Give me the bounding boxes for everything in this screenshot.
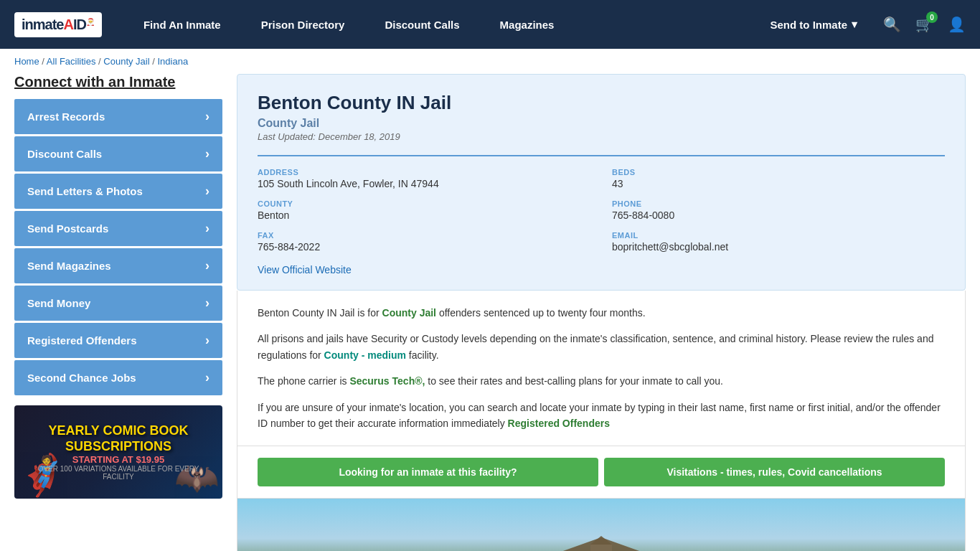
ad-title: YEARLY COMIC BOOKSUBSCRIPTIONS — [48, 423, 188, 454]
main-layout: Connect with an Inmate Arrest Records › … — [0, 74, 980, 551]
arrow-icon: › — [205, 146, 209, 161]
info-divider — [258, 155, 945, 156]
find-inmate-button[interactable]: Looking for an inmate at this facility? — [258, 458, 598, 486]
sidebar-item-send-magazines[interactable]: Send Magazines › — [14, 248, 222, 283]
county-value: Benton — [258, 209, 590, 221]
user-account-button[interactable]: 👤 — [948, 16, 966, 33]
logo-text: inmateAID — [22, 17, 86, 33]
nav-magazines[interactable]: Magazines — [480, 0, 575, 49]
facility-card: Benton County IN Jail County Jail Last U… — [237, 74, 966, 291]
nav-discount-calls[interactable]: Discount Calls — [364, 0, 479, 49]
sidebar-item-arrest-records[interactable]: Arrest Records › — [14, 99, 222, 134]
arrow-icon: › — [205, 296, 209, 311]
breadcrumb-home[interactable]: Home — [14, 56, 39, 67]
nav-find-inmate[interactable]: Find An Inmate — [123, 0, 241, 49]
description-section: Benton County IN Jail is for County Jail… — [237, 291, 966, 446]
main-nav: Find An Inmate Prison Directory Discount… — [123, 0, 759, 49]
sidebar-title: Connect with an Inmate — [14, 74, 222, 90]
svg-rect-2 — [590, 545, 612, 551]
desc-para-3: The phone carrier is Securus Tech®, to s… — [258, 373, 945, 389]
info-grid: ADDRESS 105 South Lincoln Ave, Fowler, I… — [258, 168, 945, 253]
sidebar: Connect with an Inmate Arrest Records › … — [14, 74, 222, 551]
building-svg — [494, 534, 709, 551]
breadcrumb-county-jail[interactable]: County Jail — [103, 56, 149, 67]
securus-tech-link[interactable]: Securus Tech®, — [349, 375, 425, 387]
registered-offenders-link[interactable]: Registered Offenders — [508, 418, 610, 429]
sidebar-item-second-chance-jobs[interactable]: Second Chance Jobs › — [14, 360, 222, 395]
facility-image — [237, 499, 966, 551]
arrow-icon: › — [205, 184, 209, 199]
ad-price: STARTING AT $19.95 — [72, 454, 164, 465]
breadcrumb-all-facilities[interactable]: All Facilities — [47, 56, 96, 67]
email-label: EMAIL — [612, 231, 945, 240]
facility-type: County Jail — [258, 117, 945, 130]
nav-prison-directory[interactable]: Prison Directory — [241, 0, 365, 49]
cart-badge: 0 — [926, 11, 938, 23]
view-website-link[interactable]: View Official Website — [258, 264, 352, 276]
header: inmateAID 🎅 Find An Inmate Prison Direct… — [0, 0, 980, 49]
sidebar-item-send-money[interactable]: Send Money › — [14, 286, 222, 321]
breadcrumb: Home / All Facilities / County Jail / In… — [0, 49, 980, 74]
visitations-button[interactable]: Visitations - times, rules, Covid cancel… — [604, 458, 945, 486]
arrow-icon: › — [205, 333, 209, 348]
fax-label: FAX — [258, 231, 590, 240]
arrow-icon: › — [205, 109, 209, 124]
logo-hat-icon: 🎅 — [86, 18, 95, 26]
county-jail-link[interactable]: County Jail — [382, 307, 436, 319]
phone-block: PHONE 765-884-0080 — [612, 199, 945, 221]
logo-area[interactable]: inmateAID 🎅 — [14, 12, 102, 37]
nav-right: Send to Inmate ▾ 🔍 🛒 0 👤 — [758, 0, 966, 49]
arrow-icon: › — [205, 221, 209, 236]
facility-name: Benton County IN Jail — [258, 92, 945, 114]
search-button[interactable]: 🔍 — [883, 16, 901, 33]
chevron-down-icon: ▾ — [852, 18, 857, 31]
sidebar-item-send-postcards[interactable]: Send Postcards › — [14, 211, 222, 246]
email-block: EMAIL bopritchett@sbcglobal.net — [612, 231, 945, 253]
send-to-inmate-button[interactable]: Send to Inmate ▾ — [758, 0, 869, 49]
sidebar-item-registered-offenders[interactable]: Registered Offenders › — [14, 323, 222, 358]
fax-value: 765-884-2022 — [258, 241, 590, 253]
desc-para-1: Benton County IN Jail is for County Jail… — [258, 305, 945, 321]
breadcrumb-state[interactable]: Indiana — [157, 56, 188, 67]
logo-box: inmateAID 🎅 — [14, 12, 102, 37]
sidebar-item-send-letters[interactable]: Send Letters & Photos › — [14, 174, 222, 209]
ad-banner[interactable]: 🦸 🦇 YEARLY COMIC BOOKSUBSCRIPTIONS START… — [14, 405, 222, 499]
beds-block: BEDS 43 — [612, 168, 945, 189]
ad-extra: OVER 100 VARIATIONS AVAILABLE FOR EVERY … — [22, 465, 215, 481]
arrow-icon: › — [205, 370, 209, 385]
desc-para-2: All prisons and jails have Security or C… — [258, 331, 945, 363]
cart-button[interactable]: 🛒 0 — [915, 16, 933, 33]
county-label: COUNTY — [258, 199, 590, 208]
fax-block: FAX 765-884-2022 — [258, 231, 590, 253]
action-buttons: Looking for an inmate at this facility? … — [237, 446, 966, 499]
sidebar-item-discount-calls[interactable]: Discount Calls › — [14, 136, 222, 171]
desc-para-4: If you are unsure of your inmate's locat… — [258, 400, 945, 432]
address-value: 105 South Lincoln Ave, Fowler, IN 47944 — [258, 178, 590, 189]
address-block: ADDRESS 105 South Lincoln Ave, Fowler, I… — [258, 168, 590, 189]
beds-label: BEDS — [612, 168, 945, 176]
phone-value: 765-884-0080 — [612, 209, 945, 221]
address-label: ADDRESS — [258, 168, 590, 176]
county-block: COUNTY Benton — [258, 199, 590, 221]
county-medium-link[interactable]: County - medium — [324, 349, 406, 361]
facility-last-updated: Last Updated: December 18, 2019 — [258, 131, 945, 142]
arrow-icon: › — [205, 258, 209, 273]
content-area: Benton County IN Jail County Jail Last U… — [237, 74, 966, 551]
beds-value: 43 — [612, 178, 945, 189]
phone-label: PHONE — [612, 199, 945, 208]
email-value: bopritchett@sbcglobal.net — [612, 241, 945, 253]
